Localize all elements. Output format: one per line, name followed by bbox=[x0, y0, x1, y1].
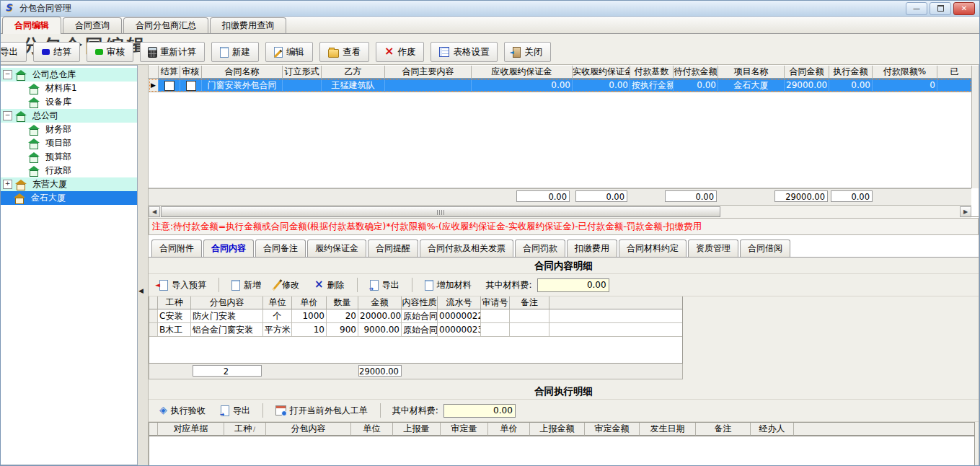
col-main-content[interactable]: 合同主要内容 bbox=[385, 66, 472, 79]
tab-withholding-fee[interactable]: 扣缴费用 bbox=[567, 239, 617, 257]
table-settings-button[interactable]: 表格设置 bbox=[431, 42, 498, 62]
col-payment-base[interactable]: 付款基数 bbox=[630, 66, 674, 79]
open-labor-sheet-button[interactable]: 打开当前外包人工单 bbox=[270, 402, 373, 420]
scrollbar-thumb[interactable] bbox=[161, 206, 720, 217]
tree-node-equipment-store[interactable]: 设备库 bbox=[1, 95, 137, 109]
tab-contract-remark[interactable]: 合同备注 bbox=[255, 239, 306, 257]
col-contract-name[interactable]: 合同名称 bbox=[202, 66, 283, 79]
tree-node-finance-dept[interactable]: 财务部 bbox=[1, 123, 137, 136]
col-quantity[interactable]: 数量 bbox=[327, 296, 358, 309]
col-unit[interactable]: 单位 bbox=[263, 296, 292, 309]
col-reported-amount[interactable]: 上报金额 bbox=[530, 423, 585, 436]
tab-qualification[interactable]: 资质管理 bbox=[688, 239, 738, 257]
expand-icon[interactable]: + bbox=[3, 180, 12, 189]
export-button[interactable]: 导出 bbox=[0, 42, 27, 62]
col-unit-price[interactable]: 单价 bbox=[292, 296, 327, 309]
tree-node-budget-dept[interactable]: 预算部 bbox=[1, 150, 137, 164]
collapse-icon[interactable]: − bbox=[3, 70, 12, 79]
col-remark[interactable]: 备注 bbox=[510, 296, 549, 309]
col-approved-amount[interactable]: 审定金额 bbox=[585, 423, 640, 436]
col-serial-no[interactable]: 流水号 bbox=[438, 296, 481, 309]
col-payment-limit[interactable]: 付款限额% bbox=[873, 66, 937, 79]
exec-acceptance-button[interactable]: 执行验收 bbox=[154, 402, 211, 420]
add-row-button[interactable]: 新增 bbox=[226, 276, 266, 294]
tab-contract-reminder[interactable]: 合同提醒 bbox=[368, 239, 418, 257]
collapse-panel-icon[interactable]: ◀ bbox=[138, 287, 144, 294]
col-handler[interactable]: 经办人 bbox=[751, 423, 794, 436]
tree-node-company-warehouse[interactable]: −公司总仓库 bbox=[1, 68, 137, 82]
tab-contract-query[interactable]: 合同查询 bbox=[63, 17, 122, 33]
settle-button[interactable]: 结算 bbox=[33, 42, 80, 62]
contract-row-selected[interactable]: ▶ 门窗安装外包合同 王猛建筑队 0.00 0.00 按执行金额 0.00 金石… bbox=[149, 79, 971, 92]
col-content-nature[interactable]: 内容性质 bbox=[402, 296, 438, 309]
col-reported-qty[interactable]: 上报量 bbox=[393, 423, 441, 436]
col-received-deposit[interactable]: 实收履约保证金 bbox=[573, 66, 630, 79]
tab-contract-borrow[interactable]: 合同借阅 bbox=[740, 239, 790, 257]
material-fee-input[interactable] bbox=[537, 278, 609, 292]
void-button[interactable]: 作废 bbox=[376, 42, 424, 62]
minimize-button[interactable]: — bbox=[906, 2, 927, 15]
scroll-left-icon[interactable]: ◀ bbox=[149, 206, 160, 217]
col-audit[interactable]: 审核 bbox=[180, 66, 202, 79]
col-approved-qty[interactable]: 审定量 bbox=[441, 423, 488, 436]
col-contract-amount[interactable]: 合同金额 bbox=[785, 66, 829, 79]
tab-subcontractor-summary[interactable]: 合同分包商汇总 bbox=[123, 17, 208, 33]
tab-contract-penalty[interactable]: 合同罚款 bbox=[515, 239, 565, 257]
col-clipped[interactable]: 已 bbox=[937, 66, 971, 79]
col-unit[interactable]: 单位 bbox=[351, 423, 393, 436]
scroll-right-icon[interactable]: ▶ bbox=[960, 206, 971, 217]
collapse-icon[interactable]: − bbox=[3, 111, 12, 120]
vertical-scrollbar[interactable] bbox=[971, 66, 979, 188]
modify-row-button[interactable]: 修改 bbox=[271, 276, 304, 294]
export-detail-button[interactable]: 导出 bbox=[365, 276, 405, 294]
col-amount[interactable]: 金额 bbox=[358, 296, 402, 309]
tab-material-agreement[interactable]: 合同材料约定 bbox=[619, 239, 687, 257]
col-request-no[interactable]: 审请号 bbox=[481, 296, 510, 309]
tab-withholding-fee-query[interactable]: 扣缴费用查询 bbox=[210, 17, 286, 33]
col-source-doc[interactable]: 对应单据 bbox=[158, 423, 224, 436]
import-budget-button[interactable]: 导入预算 bbox=[154, 276, 211, 294]
view-button[interactable]: 查看 bbox=[319, 42, 369, 62]
audit-button[interactable]: 审核 bbox=[87, 42, 133, 62]
tree-node-dongying-tower[interactable]: +东营大厦 bbox=[1, 177, 137, 191]
col-receivable-deposit[interactable]: 应收履约保证金 bbox=[472, 66, 573, 79]
tab-contract-content[interactable]: 合同内容 bbox=[203, 239, 254, 257]
edit-button[interactable]: 编辑 bbox=[265, 42, 313, 62]
tree-node-material-store1[interactable]: 材料库1 bbox=[1, 82, 137, 95]
horizontal-scrollbar[interactable]: ◀ ▶ bbox=[149, 205, 971, 218]
tab-payment-invoice[interactable]: 合同付款及相关发票 bbox=[420, 239, 513, 257]
settle-checkbox[interactable] bbox=[164, 81, 175, 91]
audit-checkbox[interactable] bbox=[186, 81, 196, 91]
col-work-type-sorted[interactable]: 工种∕ bbox=[224, 423, 266, 436]
exec-material-fee-input[interactable] bbox=[443, 404, 516, 418]
tab-performance-deposit[interactable]: 履约保证金 bbox=[307, 239, 366, 257]
tab-contract-edit[interactable]: 合同编辑 bbox=[2, 17, 61, 34]
col-remark[interactable]: 备注 bbox=[696, 423, 751, 436]
col-project-name[interactable]: 项目名称 bbox=[718, 66, 785, 79]
add-material-button[interactable]: 增加材料 bbox=[420, 276, 477, 294]
tree-splitter[interactable]: ◀ bbox=[138, 65, 149, 465]
tree-node-admin-dept[interactable]: 行政部 bbox=[1, 164, 137, 177]
content-row-2[interactable]: B木工 铝合金门窗安装 平方米 10 900 9000.00 原始合同 0000… bbox=[149, 323, 682, 337]
col-pending-payment[interactable]: 待付款金额 bbox=[674, 66, 718, 79]
delete-row-button[interactable]: 删除 bbox=[309, 276, 350, 294]
col-occur-date[interactable]: 发生日期 bbox=[640, 423, 696, 436]
tree-node-head-office[interactable]: −总公司 bbox=[1, 109, 137, 123]
col-executed-amount[interactable]: 执行金额 bbox=[829, 66, 873, 79]
content-row-1[interactable]: C安装 防火门安装 个 1000 20 20000.00 原始合同 000000… bbox=[149, 309, 682, 323]
tree-node-project-dept[interactable]: 项目部 bbox=[1, 136, 137, 150]
col-unit-price[interactable]: 单价 bbox=[488, 423, 530, 436]
tab-contract-attachment[interactable]: 合同附件 bbox=[151, 239, 202, 257]
col-subcontract-content[interactable]: 分包内容 bbox=[266, 423, 351, 436]
new-button[interactable]: 新建 bbox=[211, 42, 259, 62]
close-form-button[interactable]: 关闭 bbox=[504, 42, 551, 62]
col-work-type[interactable]: 工种 bbox=[158, 296, 191, 309]
maximize-button[interactable] bbox=[930, 2, 951, 15]
close-button[interactable]: ✕ bbox=[953, 2, 975, 15]
col-settle[interactable]: 结算 bbox=[159, 66, 180, 79]
exec-export-button[interactable]: 导出 bbox=[216, 402, 255, 420]
col-subcontract-content[interactable]: 分包内容 bbox=[191, 296, 263, 309]
tree-node-jinshi-tower[interactable]: 金石大厦 bbox=[1, 191, 137, 205]
col-form[interactable]: 订立形式 bbox=[283, 66, 322, 79]
col-party-b[interactable]: 乙方 bbox=[322, 66, 385, 79]
